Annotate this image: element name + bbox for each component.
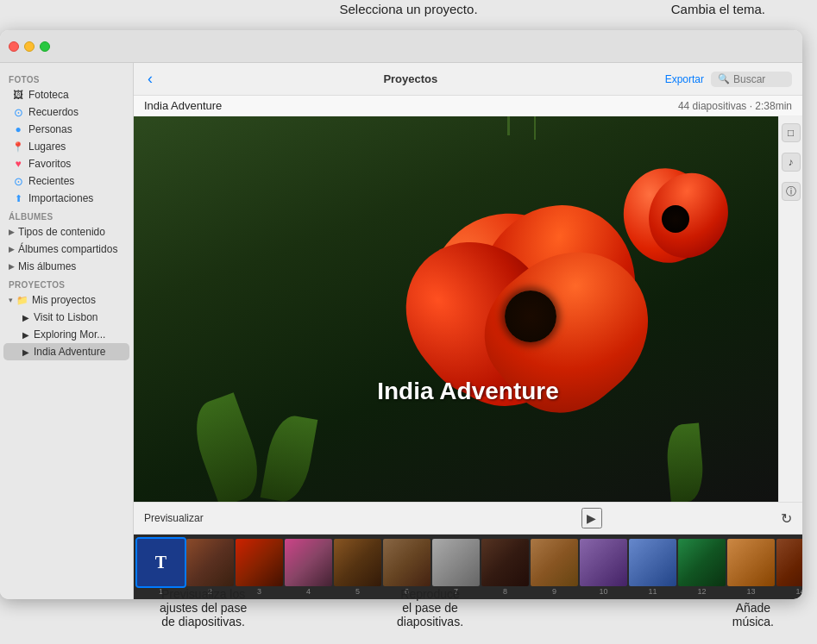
- sidebar-item-lugares[interactable]: 📍 Lugares: [3, 138, 129, 155]
- loop-button[interactable]: ↻: [781, 510, 792, 527]
- export-button[interactable]: Exportar: [665, 73, 704, 85]
- film-num-5: 5: [355, 587, 360, 596]
- traffic-lights: [9, 41, 50, 52]
- film-cell-11[interactable]: 11: [629, 539, 676, 596]
- personas-icon: ●: [12, 123, 24, 135]
- importaciones-label: Importaciones: [28, 192, 93, 204]
- play-button[interactable]: ▶: [581, 508, 602, 528]
- search-bar[interactable]: 🔍: [711, 72, 792, 87]
- sidebar-item-importaciones[interactable]: ⬆ Importaciones: [3, 190, 129, 207]
- film-thumb-7[interactable]: [432, 539, 480, 586]
- folder-icon: 📁: [16, 295, 28, 306]
- film-thumb-6[interactable]: [383, 539, 430, 586]
- film-num-3: 3: [257, 587, 261, 596]
- mis-albumes-label: Mis álbumes: [18, 260, 76, 272]
- sidebar-item-recientes[interactable]: ⊙ Recientes: [3, 172, 129, 190]
- film-num-13: 13: [746, 587, 755, 596]
- bottom-controls-wrapper: Previsualizar ▶ ↻ T: [134, 502, 802, 599]
- toolbar-title: Proyectos: [163, 72, 658, 85]
- film-thumb-12[interactable]: [678, 539, 726, 586]
- tipos-label: Tipos de contenido: [18, 226, 105, 238]
- film-cell-3[interactable]: 3: [236, 539, 283, 596]
- info-button[interactable]: ⓘ: [782, 182, 801, 201]
- sidebar-group-mis-proyectos[interactable]: ▾ 📁 Mis proyectos: [0, 291, 133, 309]
- personas-label: Personas: [28, 123, 72, 135]
- sidebar-group-mis-albumes[interactable]: ▶ Mis álbumes: [0, 258, 133, 275]
- project-meta: 44 diapositivas · 2:38min: [678, 100, 792, 112]
- stem-1: [507, 116, 510, 135]
- film-cell-5[interactable]: 5: [334, 539, 381, 596]
- film-num-12: 12: [697, 587, 706, 596]
- theme-button[interactable]: □: [782, 123, 801, 142]
- search-input[interactable]: [733, 73, 785, 85]
- film-thumb-4[interactable]: [285, 539, 332, 586]
- film-num-6: 6: [405, 587, 409, 596]
- film-num-8: 8: [503, 587, 507, 596]
- film-thumb-10[interactable]: [580, 539, 627, 586]
- sidebar-section-fotos: Fotos: [0, 70, 133, 86]
- project-header: India Adventure 44 diapositivas · 2:38mi…: [134, 96, 802, 116]
- film-thumb-2[interactable]: [186, 539, 234, 586]
- project-area: India Adventure 44 diapositivas · 2:38mi…: [134, 96, 802, 599]
- main-window: Fotos 🖼 Fototeca ⊙ Recuerdos ● Personas …: [0, 30, 802, 599]
- expand-arrow-icon: ▶: [9, 228, 15, 236]
- sidebar-item-visit-to-lisbon[interactable]: ▶ Visit to Lisbon: [3, 309, 129, 326]
- film-cell-14[interactable]: 14: [776, 539, 802, 596]
- film-thumb-13[interactable]: [727, 539, 775, 586]
- film-num-14: 14: [795, 587, 802, 596]
- film-thumb-11[interactable]: [629, 539, 676, 586]
- preview-button[interactable]: Previsualizar: [144, 512, 204, 524]
- maximize-button[interactable]: [40, 41, 50, 52]
- film-cell-13[interactable]: 13: [727, 539, 775, 596]
- film-cell-9[interactable]: 9: [531, 539, 578, 596]
- titlebar: [0, 30, 802, 63]
- slideshow-icon: ▶: [22, 313, 29, 322]
- second-poppy: [615, 155, 736, 284]
- recientes-label: Recientes: [28, 175, 74, 187]
- film-cell-2[interactable]: 2: [186, 539, 234, 596]
- play-area: ▶: [403, 508, 592, 528]
- slideshow-icon: ▶: [22, 347, 29, 357]
- sidebar-item-personas[interactable]: ● Personas: [3, 121, 129, 138]
- film-num-2: 2: [208, 587, 212, 596]
- film-thumb-9[interactable]: [531, 539, 578, 586]
- slideshow-image: [134, 116, 802, 502]
- sidebar-section-proyectos: Proyectos: [0, 275, 133, 291]
- film-cell-4[interactable]: 4: [285, 539, 332, 596]
- film-thumb-14[interactable]: [776, 539, 802, 586]
- film-thumb-1[interactable]: T: [137, 539, 185, 586]
- close-button[interactable]: [9, 41, 19, 52]
- film-cell-7[interactable]: 7: [432, 539, 480, 596]
- sidebar-group-compartidos[interactable]: ▶ Álbumes compartidos: [0, 241, 133, 258]
- slideshow-preview: India Adventure □ ♪ ⓘ: [134, 116, 802, 502]
- sidebar-item-india-adventure[interactable]: ▶ India Adventure: [3, 343, 129, 360]
- film-thumb-3[interactable]: [236, 539, 283, 586]
- music-button[interactable]: ♪: [782, 153, 801, 172]
- film-cell-1[interactable]: T 1: [137, 539, 185, 596]
- film-cell-10[interactable]: 10: [580, 539, 627, 596]
- film-cell-12[interactable]: 12: [678, 539, 726, 596]
- film-thumb-8[interactable]: [481, 539, 529, 586]
- poppy-center: [505, 291, 556, 342]
- importaciones-icon: ⬆: [12, 192, 24, 204]
- film-thumb-5[interactable]: [334, 539, 381, 586]
- lugares-icon: 📍: [12, 141, 24, 153]
- callout-select-project: Selecciona un proyecto.: [339, 2, 477, 16]
- sidebar-item-exploring[interactable]: ▶ Exploring Mor...: [3, 326, 129, 343]
- compartidos-label: Álbumes compartidos: [18, 243, 117, 255]
- minimize-button[interactable]: [24, 41, 35, 52]
- expand-arrow-icon: ▾: [9, 296, 13, 304]
- film-cell-8[interactable]: 8: [481, 539, 529, 596]
- toolbar: ‹ Proyectos Exportar 🔍: [134, 63, 802, 96]
- fototeca-label: Fototeca: [28, 89, 69, 101]
- filmstrip: T 1 2: [134, 535, 802, 599]
- sidebar-item-recuerdos[interactable]: ⊙ Recuerdos: [3, 103, 129, 121]
- leaf-3: [664, 422, 706, 502]
- sidebar-group-tipos[interactable]: ▶ Tipos de contenido: [0, 223, 133, 241]
- sidebar-item-favoritos[interactable]: ♥ Favoritos: [3, 155, 129, 172]
- exploring-label: Exploring Mor...: [34, 328, 105, 341]
- back-button[interactable]: ‹: [144, 70, 156, 88]
- sidebar: Fotos 🖼 Fototeca ⊙ Recuerdos ● Personas …: [0, 63, 134, 599]
- sidebar-item-fototeca[interactable]: 🖼 Fototeca: [3, 86, 129, 103]
- film-cell-6[interactable]: 6: [383, 539, 430, 596]
